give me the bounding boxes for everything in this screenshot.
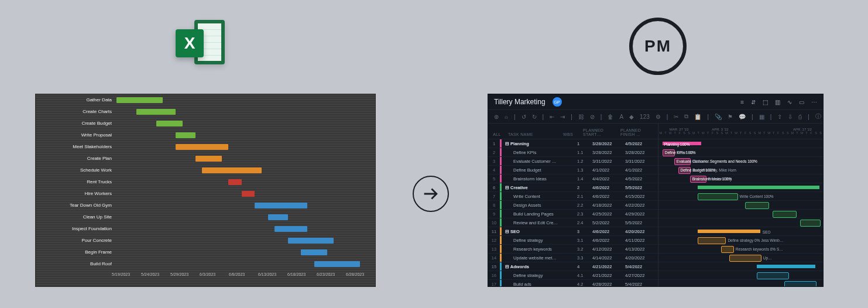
gantt-bar[interactable] [255,203,307,208]
col-pf[interactable]: PLANNED FINISH … [618,128,658,139]
task-row[interactable]: 17Build ads4.24/28/20225/4/2022 [488,280,658,287]
task-name[interactable]: ⊟ SEO [502,229,577,234]
pm-timeline[interactable]: MAR. 27 '22APR. 3 '22APR. 17 '22 MTWTFSS… [658,124,823,287]
flag-icon[interactable]: ⚑ [728,114,733,120]
gantt-view-icon[interactable]: ⬚ [763,99,768,105]
text-icon[interactable]: A [619,114,623,120]
attach-icon[interactable]: 📎 [715,114,722,120]
gantt-bar[interactable] [242,191,255,197]
gantt-bar[interactable] [228,179,242,185]
timeline-bar[interactable]: Define KPIs 100%Daren Hill [663,149,675,156]
comment-icon[interactable]: 💬 [739,114,746,120]
paste-icon[interactable]: 📋 [694,114,701,120]
timeline-bar[interactable] [773,211,797,218]
calendar-view-icon[interactable]: ▭ [799,99,804,105]
timeline-bar[interactable]: SEO [698,230,760,233]
info-icon[interactable]: ⓘ [815,112,821,121]
number-icon[interactable]: 123 [640,114,650,120]
task-name[interactable]: Design Assets [502,203,577,208]
gantt-bar[interactable] [116,97,163,103]
add-icon[interactable]: ⊕ [494,114,499,120]
col-name[interactable]: TASK NAME [506,132,561,139]
cut-icon[interactable]: ✂ [674,114,678,120]
color-icon[interactable]: ◆ [629,114,634,120]
user-icon[interactable]: ⍝ [505,114,508,120]
timeline-bar[interactable]: Up… [729,255,761,262]
trash-icon[interactable]: 🗑 [608,114,613,120]
task-row[interactable]: 1⊟ Planning13/28/20224/5/2022 [488,139,658,148]
task-row[interactable]: 15⊟ Adwords44/21/20225/4/2022 [488,262,658,271]
task-row[interactable]: 4Define Budget1.34/1/20224/1/2022 [488,166,658,174]
timeline-bar[interactable]: Brainstorm Ideas 100%Brandon Gray [690,176,706,183]
task-name[interactable]: Define KPIs [502,150,577,155]
task-name[interactable]: Evaluate Customer … [502,159,577,164]
link-icon[interactable]: ⛓ [578,114,584,120]
gantt-bar[interactable] [275,226,307,232]
timeline-bar[interactable]: Research keywords 0% S… [721,246,733,253]
timeline-bar[interactable] [784,281,816,287]
outdent-icon[interactable]: ⇤ [550,114,554,120]
gantt-bar[interactable] [176,144,228,150]
task-name[interactable]: Brainstorm Ideas [502,176,577,182]
task-name[interactable]: Build ads [502,282,577,287]
print-icon[interactable]: ⎙ [798,114,802,120]
timeline-bar[interactable] [757,265,815,268]
columns-icon[interactable]: ▦ [759,114,764,120]
board-view-icon[interactable]: ▥ [775,99,780,105]
copy-icon[interactable]: ⧉ [684,113,688,120]
timeline-bar[interactable] [698,186,819,189]
gantt-bar[interactable] [176,132,195,138]
task-name[interactable]: Define strategy [502,273,577,278]
gantt-bar[interactable] [136,109,176,115]
col-wbs[interactable]: WBS [561,132,581,139]
task-name[interactable]: Define strategy [502,238,577,243]
timeline-bar[interactable]: Define Budget 100%Jess Wimberly, Mike Ho… [678,167,691,174]
export-icon[interactable]: ⇪ [777,114,782,120]
task-name[interactable]: ⊟ Planning [502,141,577,146]
timeline-bar[interactable] [745,202,770,209]
avatar[interactable]: GP [553,97,562,107]
gantt-bar[interactable] [314,261,361,267]
task-name[interactable]: Build Landing Pages [502,211,577,217]
task-name[interactable]: ⊟ Adwords [502,264,577,269]
import-icon[interactable]: ⇩ [788,114,792,120]
indent-icon[interactable]: ⇥ [560,114,565,120]
task-row[interactable]: 9Build Landing Pages2.34/25/20224/29/202… [488,210,658,218]
task-row[interactable]: 10Review and Edit Cre…2.45/2/20225/5/202… [488,218,658,227]
gantt-bar[interactable] [268,214,288,220]
gantt-bar[interactable] [156,121,183,126]
task-row[interactable]: 13Research keywords3.24/12/20224/13/2022 [488,245,658,254]
task-name[interactable]: Review and Edit Cre… [502,220,577,225]
task-row[interactable]: 3Evaluate Customer …1.23/31/20223/31/202… [488,157,658,166]
task-name[interactable]: Write Content [502,194,577,199]
gantt-bar[interactable] [288,238,334,244]
task-row[interactable]: 2Define KPIs1.13/28/20223/28/2022 [488,148,658,157]
timeline-bar[interactable]: Define strategy 0% Jess Wimb… [698,237,726,244]
gantt-bar[interactable] [202,167,261,173]
task-name[interactable]: ⊟ Creative [502,185,577,190]
task-row[interactable]: 11⊟ SEO34/6/20224/20/2022 [488,227,658,236]
task-row[interactable]: 8Design Assets2.24/18/20224/22/2022 [488,201,658,210]
task-row[interactable]: 6⊟ Creative24/6/20225/5/2022 [488,183,658,192]
chart-view-icon[interactable]: ∿ [787,99,792,105]
gantt-bar[interactable] [195,156,222,162]
task-row[interactable]: 7Write Content2.14/6/20224/15/2022 [488,192,658,201]
col-ps[interactable]: PLANNED START… [581,128,618,139]
timeline-bar[interactable]: Evaluate Customer Segments and Needs 100… [674,158,691,165]
task-row[interactable]: 14Update website met…3.34/14/20224/20/20… [488,254,658,262]
task-row[interactable]: 12Define strategy3.14/6/20224/11/2022 [488,236,658,245]
timeline-bar[interactable] [800,220,821,227]
task-row[interactable]: 5Brainstorm Ideas1.44/4/20224/5/2022 [488,174,658,183]
more-icon[interactable]: ⋯ [811,99,817,105]
undo-icon[interactable]: ↺ [522,114,526,120]
timeline-bar[interactable]: Write Content 100% [698,193,737,200]
task-row[interactable]: 16Define strategy4.14/21/20224/27/2022 [488,271,658,280]
task-name[interactable]: Update website met… [502,255,577,261]
task-name[interactable]: Research keywords [502,247,577,252]
task-name[interactable]: Define Budget [502,167,577,173]
col-all[interactable]: ALL [488,132,506,139]
timeline-bar[interactable]: Planning 100% [663,142,701,145]
unlink-icon[interactable]: ⊘ [590,114,595,120]
list-view-icon[interactable]: ≡ [740,99,744,105]
timeline-bar[interactable] [757,272,789,279]
